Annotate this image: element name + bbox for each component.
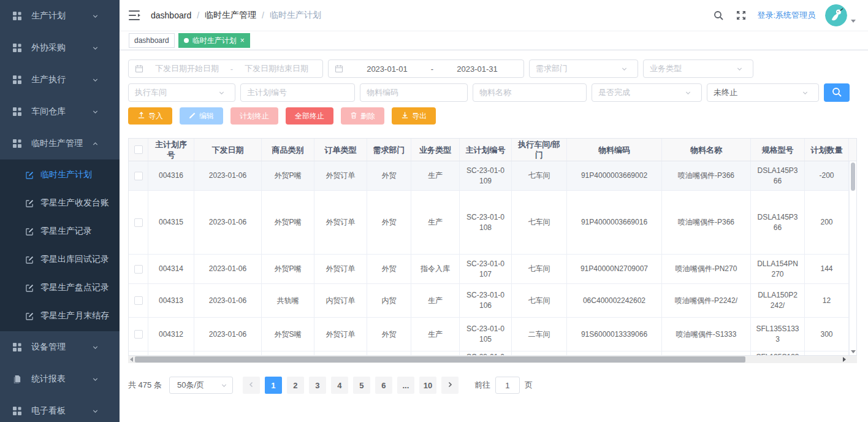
date-range-input[interactable]: 2023-01-01-2023-01-31 bbox=[328, 59, 524, 78]
input-物料编码[interactable]: 物料编码 bbox=[360, 83, 468, 102]
sidebar-item[interactable]: 设备管理 bbox=[0, 331, 120, 363]
page-button-1[interactable]: 1 bbox=[265, 377, 282, 394]
submenu-item[interactable]: 零星出库回试记录 bbox=[0, 245, 120, 274]
field-text: 物料编码 bbox=[367, 87, 398, 98]
header-cell-date: 下发日期 bbox=[194, 139, 262, 161]
horizontal-scrollbar-thumb[interactable] bbox=[135, 356, 745, 363]
page-button-10[interactable]: 10 bbox=[419, 377, 436, 394]
全部终止-button[interactable]: 全部终止 bbox=[286, 107, 333, 125]
table-row: 0043122023-01-06外贸S嘴外贸订单外贸生产SC-23-01-010… bbox=[129, 318, 856, 351]
cell-seq: 004313 bbox=[148, 284, 194, 317]
submenu-item[interactable]: 零星生产月末结存 bbox=[0, 302, 120, 330]
submenu-item-label: 零星生产收发台账 bbox=[40, 198, 109, 209]
cell-qty: 200 bbox=[805, 191, 849, 254]
cell-plan_no: SC-23-01-0106 bbox=[460, 284, 512, 317]
page-button-5[interactable]: 5 bbox=[353, 377, 370, 394]
horizontal-scrollbar[interactable] bbox=[128, 356, 857, 363]
table-row: SC-23-01-01SFL135S133 bbox=[129, 351, 856, 356]
input-主计划编号[interactable]: 主计划编号 bbox=[240, 83, 355, 102]
button-label: 编辑 bbox=[199, 111, 214, 121]
chevron-up-icon bbox=[92, 140, 102, 147]
sidebar-item-label: 车间仓库 bbox=[31, 106, 92, 117]
删除-button[interactable]: 删除 bbox=[341, 107, 384, 125]
pencil-icon bbox=[189, 112, 196, 121]
field-text: 需求部门 bbox=[536, 63, 568, 74]
prev-page-button[interactable] bbox=[243, 377, 260, 394]
cell-material_name: 喷油嘴偶件-P366 bbox=[662, 191, 751, 254]
sidebar-item[interactable]: 统计报表 bbox=[0, 363, 120, 395]
vertical-scrollbar-thumb[interactable] bbox=[851, 163, 855, 191]
search-button[interactable] bbox=[824, 83, 850, 102]
select-业务类型[interactable]: 业务类型 bbox=[643, 59, 753, 78]
row-checkbox[interactable] bbox=[134, 172, 143, 180]
scroll-down-icon[interactable] bbox=[851, 350, 856, 353]
hamburger-icon[interactable] bbox=[129, 10, 141, 21]
sidebar-item[interactable]: 生产执行 bbox=[0, 64, 120, 96]
select-是否完成[interactable]: 是否完成 bbox=[592, 83, 702, 102]
select-未终止[interactable]: 未终止 bbox=[707, 83, 819, 102]
submenu-item[interactable]: 零星生产收发台账 bbox=[0, 189, 120, 217]
page-button-2[interactable]: 2 bbox=[287, 377, 304, 394]
submenu-item[interactable]: 零星生产盘点记录 bbox=[0, 274, 120, 302]
scroll-right-icon[interactable] bbox=[843, 357, 846, 362]
sidebar-item[interactable]: 临时生产管理 bbox=[0, 128, 120, 159]
submenu-item[interactable]: 零星生产记录 bbox=[0, 217, 120, 245]
header-cell-spec: 规格型号 bbox=[751, 139, 805, 161]
cell-material_code: 91S6000013339066 bbox=[567, 318, 662, 351]
导出-button[interactable]: 导出 bbox=[392, 107, 436, 125]
编辑-button[interactable]: 编辑 bbox=[180, 107, 223, 125]
导入-button[interactable]: 导入 bbox=[128, 107, 172, 125]
grid-icon bbox=[12, 406, 23, 416]
select-all-checkbox[interactable] bbox=[134, 145, 143, 154]
header-cell-plan_no: 主计划编号 bbox=[460, 139, 512, 161]
trash-icon bbox=[350, 112, 357, 121]
field-text: 未终止 bbox=[714, 87, 737, 98]
avatar[interactable] bbox=[825, 4, 847, 26]
tab-临时生产计划[interactable]: 临时生产计划× bbox=[178, 33, 250, 48]
tab-dashboard[interactable]: dashboard bbox=[129, 33, 175, 48]
page-button-4[interactable]: 4 bbox=[331, 377, 348, 394]
breadcrumb-item[interactable]: dashboard bbox=[151, 10, 191, 20]
chevron-down-icon bbox=[92, 408, 102, 415]
cell-order_type: 内贸订单 bbox=[314, 284, 367, 317]
计划终止-button[interactable]: 计划终止 bbox=[230, 107, 278, 125]
breadcrumb-item[interactable]: 临时生产管理 bbox=[205, 10, 256, 21]
row-checkbox[interactable] bbox=[134, 296, 143, 305]
fullscreen-icon[interactable] bbox=[736, 10, 746, 20]
sidebar-item[interactable]: 外协采购 bbox=[0, 32, 120, 64]
caret-down-icon[interactable] bbox=[851, 20, 856, 23]
sidebar-item[interactable]: 车间仓库 bbox=[0, 96, 120, 128]
tab-close-icon[interactable]: × bbox=[240, 37, 245, 44]
row-checkbox[interactable] bbox=[134, 218, 143, 227]
cell-dept: 外贸 bbox=[367, 255, 411, 283]
cell-workshop: 二车间 bbox=[512, 318, 567, 351]
vertical-scrollbar[interactable] bbox=[849, 161, 856, 355]
select-需求部门[interactable]: 需求部门 bbox=[529, 59, 638, 78]
goto-page-input[interactable] bbox=[495, 377, 520, 394]
cell-material_code: 91P40000N2709007 bbox=[567, 255, 662, 283]
sidebar-item[interactable]: 电子看板 bbox=[0, 395, 120, 422]
submenu-item[interactable]: 临时生产计划 bbox=[0, 161, 120, 189]
search-icon[interactable] bbox=[713, 10, 724, 21]
cell-spec: DLLA154PN270 bbox=[751, 255, 805, 283]
next-page-button[interactable] bbox=[441, 377, 459, 394]
search-icon bbox=[831, 86, 842, 99]
sidebar-item[interactable]: 生产计划 bbox=[0, 0, 120, 32]
cell-workshop: 七车间 bbox=[512, 255, 567, 283]
header-cell-order_type: 订单类型 bbox=[314, 139, 367, 161]
row-checkbox[interactable] bbox=[134, 265, 143, 274]
row-checkbox[interactable] bbox=[134, 330, 143, 339]
cell-select bbox=[129, 191, 148, 254]
scroll-left-icon[interactable] bbox=[130, 357, 133, 362]
pagination-ellipsis[interactable]: ... bbox=[397, 377, 414, 394]
date-range-input[interactable]: 下发日期开始日期-下发日期结束日期 bbox=[128, 59, 323, 78]
upload-icon bbox=[137, 111, 145, 121]
page-button-6[interactable]: 6 bbox=[375, 377, 392, 394]
page-size-select[interactable]: 50条/页 bbox=[169, 377, 233, 394]
cell-qty: 144 bbox=[805, 255, 849, 283]
page-button-3[interactable]: 3 bbox=[309, 377, 326, 394]
select-执行车间[interactable]: 执行车间 bbox=[128, 83, 235, 102]
input-物料名称[interactable]: 物料名称 bbox=[473, 83, 587, 102]
date-end: 下发日期结束日期 bbox=[237, 63, 316, 74]
cell-workshop bbox=[512, 351, 567, 356]
